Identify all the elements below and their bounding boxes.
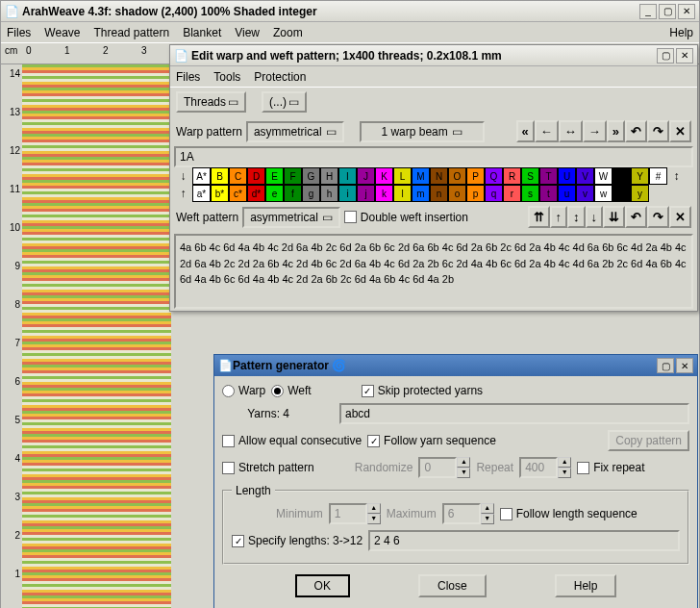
palette-cell-F[interactable]: F	[284, 167, 302, 185]
weft-nav-btn-1[interactable]: ↑	[550, 206, 568, 228]
edit-menu-files[interactable]: Files	[176, 70, 200, 84]
warp-nav-btn-5[interactable]: ↶	[625, 120, 647, 142]
warp-nav-btn-6[interactable]: ↷	[647, 120, 669, 142]
maximize-button[interactable]: ▢	[659, 4, 676, 19]
palette-cell-S[interactable]: S	[521, 167, 539, 185]
palette-cell-x[interactable]: x	[612, 185, 631, 202]
copy-pattern-button[interactable]: Copy pattern	[608, 430, 689, 451]
palette-cell-k[interactable]: k	[375, 185, 393, 202]
palette-cell-i[interactable]: i	[338, 185, 357, 202]
palette-cell-l[interactable]: l	[393, 185, 412, 202]
warp-nav-btn-7[interactable]: ✕	[669, 120, 691, 142]
palette-cell-e[interactable]: e	[265, 185, 284, 202]
palette-cell-I[interactable]: I	[338, 167, 357, 185]
palette-cell-W[interactable]: W	[594, 167, 612, 185]
warp-symmetry-select[interactable]: asymmetrical ▭	[246, 121, 344, 142]
palette-cell-h[interactable]: h	[320, 185, 338, 202]
double-weft-checkbox[interactable]: Double weft insertion	[344, 211, 468, 224]
menu-files[interactable]: Files	[7, 26, 31, 39]
edit-close-button[interactable]: ✕	[676, 48, 693, 63]
pg-close-button[interactable]: ✕	[676, 358, 693, 373]
pg-maximize-button[interactable]: ▢	[657, 358, 674, 373]
weft-radio[interactable]: Weft	[271, 384, 311, 397]
weft-symmetry-select[interactable]: asymmetrical ▭	[242, 207, 340, 228]
menu-weave[interactable]: Weave	[44, 26, 80, 39]
close-button[interactable]: ✕	[678, 4, 695, 19]
palette-cell-a*[interactable]: a*	[192, 185, 211, 202]
close-button[interactable]: Close	[418, 574, 487, 597]
palette-cell-Q[interactable]: Q	[485, 167, 503, 185]
palette-cell-j[interactable]: j	[357, 185, 375, 202]
specify-lengths-checkbox[interactable]: Specify lengths: 3->12	[232, 534, 362, 547]
yarns-input[interactable]	[339, 403, 689, 424]
palette-cell-o[interactable]: o	[448, 185, 466, 202]
palette-cell-L[interactable]: L	[393, 167, 412, 185]
help-button[interactable]: Help	[555, 574, 617, 597]
follow-length-checkbox[interactable]: Follow length sequence	[500, 507, 638, 520]
weft-nav-btn-5[interactable]: ↶	[625, 206, 647, 228]
menu-zoom[interactable]: Zoom	[273, 26, 303, 39]
palette-cell-r[interactable]: r	[503, 185, 521, 202]
stretch-pattern-checkbox[interactable]: Stretch pattern	[222, 461, 314, 474]
arrow-up-icon[interactable]: ↑	[174, 185, 192, 202]
min-spinner[interactable]: ▲▼	[329, 503, 381, 524]
palette-cell-A*[interactable]: A*	[192, 167, 211, 185]
weft-nav-btn-7[interactable]: ✕	[669, 206, 691, 228]
skip-protected-checkbox[interactable]: Skip protected yarns	[362, 384, 483, 397]
palette-cell-u[interactable]: u	[558, 185, 576, 202]
menu-blanket[interactable]: Blanket	[183, 26, 221, 39]
weft-nav-btn-2[interactable]: ↕	[567, 206, 586, 228]
palette-cell-c*[interactable]: c*	[229, 185, 247, 202]
palette-cell-b*[interactable]: b*	[211, 185, 229, 202]
allow-equal-checkbox[interactable]: Allow equal consecutive	[222, 434, 362, 447]
weft-nav-btn-4[interactable]: ⇊	[603, 206, 625, 228]
weft-text-field[interactable]: 4a 6b 4c 6d 4a 4b 4c 2d 6a 4b 2c 6d 2a 6…	[174, 234, 693, 309]
max-spinner[interactable]: ▲▼	[442, 503, 494, 524]
menu-help[interactable]: Help	[669, 26, 693, 39]
randomize-spinner[interactable]: ▲▼	[418, 457, 470, 478]
palette-cell-d*[interactable]: d*	[247, 185, 265, 202]
palette-cell-P[interactable]: P	[466, 167, 485, 185]
ok-button[interactable]: OK	[295, 574, 350, 597]
palette-cell-Y[interactable]: Y	[631, 167, 649, 185]
warp-nav-btn-3[interactable]: →	[583, 120, 607, 142]
edit-menu-tools[interactable]: Tools	[213, 70, 240, 84]
palette-cell-G[interactable]: G	[302, 167, 320, 185]
threads-button[interactable]: Threads ▭	[176, 91, 246, 113]
edit-menu-protection[interactable]: Protection	[254, 70, 306, 84]
palette-cell-T[interactable]: T	[539, 167, 558, 185]
palette-cell-C[interactable]: C	[229, 167, 247, 185]
palette-cell-K[interactable]: K	[375, 167, 393, 185]
menu-thread-pattern[interactable]: Thread pattern	[93, 26, 169, 39]
warp-field[interactable]: 1A	[174, 146, 693, 167]
warp-nav-btn-4[interactable]: »	[607, 120, 625, 142]
warp-nav-btn-1[interactable]: ←	[535, 120, 559, 142]
palette-cell-t[interactable]: t	[539, 185, 558, 202]
fix-repeat-checkbox[interactable]: Fix repeat	[577, 461, 644, 474]
specify-lengths-input[interactable]	[368, 530, 680, 551]
palette-cell-R[interactable]: R	[503, 167, 521, 185]
palette-cell-H[interactable]: H	[320, 167, 338, 185]
menu-view[interactable]: View	[235, 26, 260, 39]
palette-cell-V[interactable]: V	[576, 167, 594, 185]
hash-cell[interactable]: #	[649, 167, 667, 185]
palette-cell-p[interactable]: p	[466, 185, 485, 202]
palette-cell-B[interactable]: B	[211, 167, 229, 185]
palette-cell-f[interactable]: f	[284, 185, 302, 202]
palette-cell-g[interactable]: g	[302, 185, 320, 202]
palette-cell-M[interactable]: M	[412, 167, 430, 185]
palette-cell-n[interactable]: n	[430, 185, 448, 202]
palette-cell-y[interactable]: y	[631, 185, 649, 202]
palette-cell-q[interactable]: q	[485, 185, 503, 202]
arrow-down-icon[interactable]: ↓	[174, 167, 192, 185]
weft-nav-btn-3[interactable]: ↓	[586, 206, 604, 228]
weft-nav-btn-0[interactable]: ⇈	[528, 206, 550, 228]
warp-nav-btn-2[interactable]: ↔	[559, 120, 583, 142]
edit-maximize-button[interactable]: ▢	[657, 48, 674, 63]
follow-yarn-checkbox[interactable]: Follow yarn sequence	[367, 434, 496, 447]
palette-cell-X[interactable]: X	[612, 167, 631, 185]
warp-radio[interactable]: Warp	[222, 384, 265, 397]
palette-cell-v[interactable]: v	[576, 185, 594, 202]
palette-cell-w[interactable]: w	[594, 185, 612, 202]
palette-cell-s[interactable]: s	[521, 185, 539, 202]
